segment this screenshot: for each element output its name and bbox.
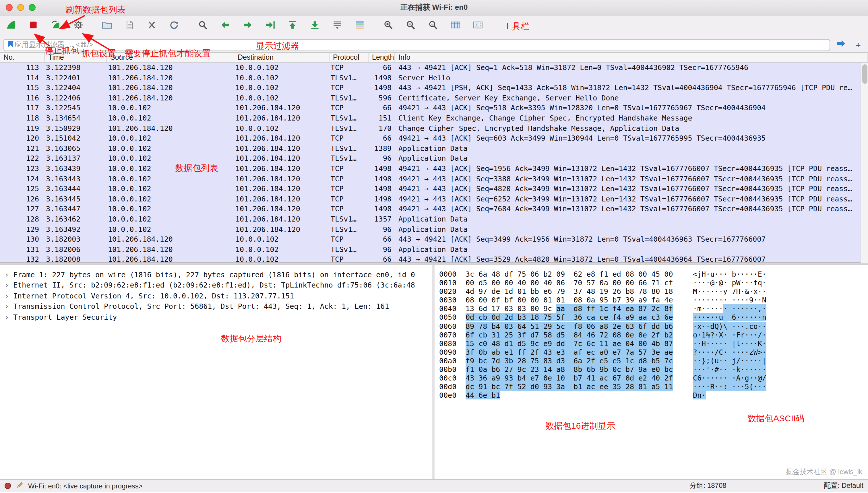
packet-row[interactable]: 117 3.122545 10.0.0.102 101.206.184.120 … (0, 103, 868, 113)
hex-bytes[interactable]: 15 c0 48 d1 d5 9c e9 dd 7c 6c 11 ae 04 0… (466, 339, 693, 348)
packet-row[interactable]: 124 3.163443 10.0.0.102 101.206.184.120 … (0, 174, 868, 184)
detail-tree-line[interactable]: ›Frame 1: 227 bytes on wire (1816 bits),… (0, 270, 432, 280)
hex-row[interactable]: 008015 c0 48 d1 d5 9c e9 dd 7c 6c 11 ae … (439, 339, 868, 348)
ascii-bytes[interactable]: ·m······ ······,· (693, 304, 766, 313)
hex-row[interactable]: 006089 78 b4 03 64 51 29 5c f8 06 a8 2e … (439, 322, 868, 330)
hex-selection[interactable]: f9 bc 7d 3b 28 75 83 d3 6a 2f e5 e5 1c d… (466, 357, 673, 365)
hex-row[interactable]: 004013 6d 17 03 03 00 9c aa d8 ff 1c f4 … (439, 304, 868, 313)
capture-options-button[interactable] (69, 18, 87, 34)
detail-tree-line[interactable]: ›Ethernet II, Src: b2:09:62:e8:f1:ed (b2… (0, 280, 432, 291)
go-to-packet-button[interactable] (261, 18, 278, 34)
colorize-button[interactable] (351, 18, 368, 34)
ascii-bytes[interactable]: o·1%?·X· ·Fr···/· (693, 330, 766, 339)
packet-row[interactable]: 131 3.182006 101.206.184.120 10.0.0.102 … (0, 244, 868, 254)
packet-row[interactable]: 120 3.151042 10.0.0.102 101.206.184.120 … (0, 133, 868, 143)
packet-row[interactable]: 125 3.163444 10.0.0.102 101.206.184.120 … (0, 184, 868, 194)
detail-tree-line[interactable]: ›Transmission Control Protocol, Src Port… (0, 301, 432, 312)
hex-selection[interactable]: 0d cb 0d 2d b3 18 75 5f 36 ca ce f4 a9 a… (466, 313, 673, 322)
packet-row[interactable]: 115 3.122404 101.206.184.120 10.0.0.102 … (0, 83, 868, 93)
packet-row[interactable]: 118 3.134654 10.0.0.102 101.206.184.120 … (0, 113, 868, 123)
col-protocol[interactable]: Protocol (330, 53, 368, 62)
packet-list-scrollbar[interactable] (861, 63, 868, 263)
open-file-button[interactable] (98, 18, 115, 34)
status-profile[interactable]: 配置: Default (824, 481, 863, 491)
hex-bytes[interactable]: 6f cb 31 25 3f d7 58 d5 84 46 72 08 0e 8… (466, 330, 693, 339)
hex-row[interactable]: 00e044 6e b1Dn· (439, 391, 868, 400)
zoom-100-button[interactable] (424, 18, 442, 34)
chevron-right-icon[interactable]: › (5, 312, 13, 323)
start-capture-button[interactable] (2, 18, 20, 34)
packet-row[interactable]: 114 3.122401 101.206.184.120 10.0.0.102 … (0, 72, 868, 83)
hex-row[interactable]: 00d0dc 91 bc 7f 52 d0 93 3a b1 ac ee 35 … (439, 382, 868, 391)
resize-columns-button[interactable] (447, 18, 464, 34)
packet-row[interactable]: 127 3.163447 10.0.0.102 101.206.184.120 … (0, 204, 868, 214)
packet-row[interactable]: 121 3.163065 10.0.0.102 101.206.184.120 … (0, 144, 868, 153)
ascii-bytes[interactable]: ?····/C· ····zW>· (693, 348, 766, 357)
display-filter-input[interactable] (14, 41, 829, 49)
hex-row[interactable]: 00003c 6a 48 df 75 06 b2 09 62 e8 f1 ed … (439, 270, 868, 278)
ascii-selection[interactable]: ····R··: ···5(··· (693, 382, 766, 391)
hex-bytes[interactable]: 08 00 0f bf 00 00 01 01 08 0a 95 b7 39 a… (466, 296, 693, 304)
ascii-bytes[interactable]: ····R··: ···5(··· (693, 382, 766, 391)
hex-bytes[interactable]: f1 0a b6 27 9c 23 14 a8 8b 6b 9b 0c b7 9… (466, 365, 693, 373)
hex-bytes[interactable]: 89 78 b4 03 64 51 29 5c f8 06 a8 2e 63 6… (466, 322, 693, 330)
ascii-bytes[interactable]: C6······ ·A·g··@/ (693, 373, 766, 382)
stop-capture-button[interactable] (25, 18, 42, 34)
packet-row[interactable]: 116 3.122406 101.206.184.120 10.0.0.102 … (0, 93, 868, 103)
hex-row[interactable]: 00706f cb 31 25 3f d7 58 d5 84 46 72 08 … (439, 330, 868, 339)
col-destination[interactable]: Destination (234, 53, 330, 62)
chevron-right-icon[interactable]: › (5, 280, 13, 291)
packet-row[interactable]: 129 3.163492 10.0.0.102 101.206.184.120 … (0, 224, 868, 234)
ascii-bytes[interactable]: ········ ····9··N (693, 296, 766, 304)
layout-button[interactable]: 12 (469, 18, 486, 34)
ascii-selection[interactable]: ?····/C· ····zW>· (693, 348, 766, 357)
ascii-bytes[interactable]: ·x··dQ)\ ···.co·· (693, 322, 766, 330)
close-file-button[interactable] (143, 18, 160, 34)
ascii-bytes[interactable]: ···-··u_ 6······n (693, 313, 766, 322)
hex-row[interactable]: 001000 d5 00 00 40 00 40 06 70 57 0a 00 … (439, 278, 868, 287)
ascii-selection[interactable]: ··};(u·· j/·····| (693, 357, 766, 365)
hex-bytes[interactable]: 4d 97 de 1d 01 bb e6 79 37 48 19 26 b8 7… (466, 287, 693, 296)
hex-bytes[interactable]: 43 36 a9 93 b4 e7 0e 10 b7 41 ac 67 8d e… (466, 373, 693, 382)
chevron-right-icon[interactable]: › (5, 301, 13, 312)
packet-row[interactable]: 123 3.163439 10.0.0.102 101.206.184.120 … (0, 164, 868, 174)
ascii-selection[interactable]: o·1%?·X· ·Fr···/· (693, 330, 766, 339)
ascii-selection[interactable]: ···-··u_ 6······n (693, 313, 766, 322)
packet-row[interactable]: 130 3.182003 101.206.184.120 10.0.0.102 … (0, 234, 868, 244)
hex-row[interactable]: 00a0f9 bc 7d 3b 28 75 83 d3 6a 2f e5 e5 … (439, 357, 868, 365)
hex-selection[interactable]: f1 0a b6 27 9c 23 14 a8 8b 6b 9b 0c b7 9… (466, 365, 673, 373)
packet-row[interactable]: 126 3.163445 10.0.0.102 101.206.184.120 … (0, 194, 868, 204)
hex-bytes[interactable]: 0d cb 0d 2d b3 18 75 5f 36 ca ce f4 a9 a… (466, 313, 693, 322)
chevron-right-icon[interactable]: › (5, 291, 13, 302)
hex-selection[interactable]: dc 91 bc 7f 52 d0 93 3a b1 ac ee 35 28 8… (466, 382, 673, 391)
restart-capture-button[interactable] (47, 18, 64, 34)
ascii-bytes[interactable]: Dn· (693, 391, 706, 400)
col-length[interactable]: Length (368, 53, 395, 62)
go-back-button[interactable] (216, 18, 234, 34)
save-file-button[interactable] (121, 18, 138, 34)
hex-bytes[interactable]: f9 bc 7d 3b 28 75 83 d3 6a 2f e5 e5 1c d… (466, 357, 693, 365)
ascii-bytes[interactable]: ····@·@· pW···fq· (693, 278, 766, 287)
packet-row[interactable]: 113 3.122398 101.206.184.120 10.0.0.102 … (0, 63, 868, 72)
hex-selection[interactable]: 43 36 a9 93 b4 e7 0e 10 b7 41 ac 67 8d e… (466, 373, 673, 382)
ascii-bytes[interactable]: ··H····· |l····K· (693, 339, 766, 348)
go-first-packet-button[interactable] (283, 18, 301, 34)
detail-tree-line[interactable]: ›Transport Layer Security (0, 312, 432, 323)
packet-row[interactable]: 128 3.163462 10.0.0.102 101.206.184.120 … (0, 214, 868, 224)
hex-selection[interactable]: aa d8 ff 1c f4 ea 87 2c 8f (556, 304, 673, 313)
packet-row[interactable]: 132 3.182008 101.206.184.120 10.0.0.102 … (0, 255, 868, 262)
ascii-bytes[interactable]: M······y 7H·&·x·· (693, 287, 766, 296)
col-info[interactable]: Info (395, 53, 868, 62)
go-last-packet-button[interactable] (306, 18, 323, 34)
hex-bytes[interactable]: 3c 6a 48 df 75 06 b2 09 62 e8 f1 ed 08 0… (466, 270, 693, 278)
hex-selection[interactable]: 89 78 b4 03 64 51 29 5c f8 06 a8 2e 63 6… (466, 322, 673, 330)
ascii-selection[interactable]: · ······,· (723, 304, 766, 313)
hex-bytes[interactable]: 44 6e b1 (466, 391, 693, 400)
hex-bytes[interactable]: 3f 0b ab e1 ff 2f 43 e3 af ec a0 e7 7a 5… (466, 348, 693, 357)
hex-row[interactable]: 00903f 0b ab e1 ff 2f 43 e3 af ec a0 e7 … (439, 348, 868, 357)
packet-row[interactable]: 119 3.150929 101.206.184.120 10.0.0.102 … (0, 123, 868, 133)
hex-row[interactable]: 00b0f1 0a b6 27 9c 23 14 a8 8b 6b 9b 0c … (439, 365, 868, 373)
ascii-selection[interactable]: ···'·#·· ·k······ (693, 365, 766, 373)
hex-selection[interactable]: 3f 0b ab e1 ff 2f 43 e3 af ec a0 e7 7a 5… (466, 348, 673, 357)
hex-row[interactable]: 00204d 97 de 1d 01 bb e6 79 37 48 19 26 … (439, 287, 868, 296)
